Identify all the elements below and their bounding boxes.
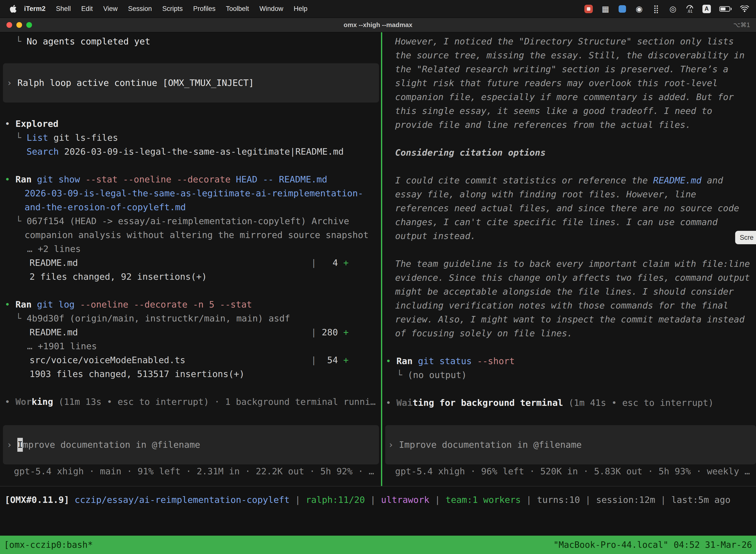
prompt-input[interactable]: › Improve documentation in @filename [385,425,756,464]
omx-ralph-counter: ralph:11/20 [306,495,365,505]
input-source-icon[interactable]: A [702,3,711,14]
password-manager-icon[interactable]: ◎ [669,3,677,14]
blue-app-icon[interactable] [618,3,627,14]
tool-args: git ls-files [48,132,118,143]
stat-pipe: | [311,327,316,337]
reasoning-text: evidence. Since this change only affects… [395,273,750,283]
menu-item-session[interactable]: Session [123,5,157,13]
agents-status-text: No agents completed yet [26,36,150,46]
apps-grid-icon[interactable]: ⣿ [652,3,660,14]
reasoning-line: slight risk that future readers may over… [386,76,756,90]
menu-item-toolbelt[interactable]: Toolbelt [221,5,254,13]
close-button[interactable] [6,22,12,28]
reasoning-text: slight risk that future readers may over… [395,78,717,88]
reasoning-text: review. Also, I might want to inspect th… [395,314,745,324]
command-text: git log [37,299,80,310]
tmux-host-clock: "MacBook-Pro-44.local" 04:52 31-Mar-26 [553,540,752,550]
apple-menu-icon[interactable] [10,5,16,13]
menu-item-iterm2[interactable]: iTerm2 [19,5,51,13]
stat-pipe: | [311,355,316,365]
reasoning-line: companion file, especially if more comme… [386,90,756,104]
injected-prompt-banner[interactable]: › Ralph loop active continue [OMX_TMUX_I… [3,63,379,103]
menu-item-scripts[interactable]: Scripts [157,5,188,13]
reasoning-line: this single essay, it seems like a good … [386,104,756,118]
separator: | [655,495,672,505]
bullet-glyph: • [386,356,396,366]
session-status-line: gpt-5.4 xhigh · main · 91% left · 2.31M … [5,464,381,478]
minimize-button[interactable] [16,22,22,28]
spacer [5,159,381,172]
spacer [386,410,756,425]
input-text: mprove documentation in @filename [23,438,200,452]
screen-recording-indicator-icon[interactable] [584,3,593,14]
spacer [5,48,381,63]
command-line-git-status: • Ran git status --short [386,354,756,368]
spacer [386,160,756,173]
menu-item-window[interactable]: Window [254,5,289,13]
reasoning-line: I could cite commit statistics or refere… [386,173,756,187]
screen-share-overlay-label: Scre [740,234,754,241]
bullet-glyph: • [5,397,15,407]
menu-item-help[interactable]: Help [289,5,313,13]
tree-branch-glyph: └ [16,36,26,46]
separator: | [521,495,537,505]
zoom-button[interactable] [26,22,32,28]
menu-item-shell[interactable]: Shell [51,5,76,13]
commit-summary: companion analysis without altering the … [24,230,369,240]
reasoning-text: essay file, along with finding root file… [395,189,696,199]
reasoning-text: changes, I can't cite specific file line… [395,217,717,227]
screen-share-overlay-tab[interactable]: Scre [735,231,756,244]
window-grid-icon[interactable]: ▦ [601,3,610,14]
diff-summary-line: 2 files changed, 92 insertions(+) [5,270,381,284]
command-wrap-line: 2026-03-09-is-legal-the-same-as-legitima… [5,186,381,200]
stat-count: 54 [316,355,343,365]
agents-status-line: └ No agents completed yet [5,35,381,48]
working-status-line: • Working (11m 13s • esc to interrupt) ·… [5,395,381,409]
stat-columns: | 4 + [311,256,349,270]
tree-branch-glyph: └ [397,370,407,380]
window-title-bar[interactable]: omx --xhigh --madmax ⌥⌘1 [0,18,756,32]
omx-last-activity: last:5m ago [672,495,731,505]
pane-left[interactable]: └ No agents completed yet › Ralph loop a… [0,32,381,486]
command-line-git-show: • Ran git show --stat --oneline --decora… [5,172,381,186]
reasoning-text: I could cite commit statistics or refere… [395,175,653,185]
menu-item-view[interactable]: View [98,5,123,13]
spacer [386,340,756,354]
battery-icon[interactable] [719,3,732,14]
working-detail: (11m 13s • esc to interrupt) · 1 backgro… [53,397,376,407]
pane-right[interactable]: However, I noticed the "Directory Struct… [382,32,756,486]
ran-label: Ran [15,299,37,310]
cpu-gauge-icon[interactable]: .61 [686,3,694,14]
cpu-gauge-label: .61 [687,9,693,13]
reasoning-text: of focusing solely on file lines. [395,328,572,338]
reasoning-line: references need actual files, and since … [386,201,756,215]
stat-count: 4 [316,258,343,268]
working-label: king [32,397,53,407]
bullet-glyph: • [5,299,15,310]
bullet-glyph: • [386,398,396,408]
menu-item-profiles[interactable]: Profiles [188,5,221,13]
reasoning-heading-line: Considering citation options [386,146,756,160]
banner-prompt-glyph: › [7,76,17,90]
prompt-input[interactable]: › Improve documentation in @filename [3,425,379,464]
readme-link[interactable]: README.md [653,175,701,185]
circle-app-icon[interactable]: ◉ [635,3,643,14]
tmux-session-window[interactable]: [omx-cczip0:bash* [4,540,93,550]
omx-status-bar: [OMX#0.11.9] cczip/essay/ai-reimplementa… [0,487,756,512]
input-prompt-glyph: › [388,438,399,452]
explored-title: Explored [15,119,58,129]
ran-label: Ran [396,356,418,366]
terminal-area: └ No agents completed yet › Ralph loop a… [0,32,756,487]
spacer [5,103,381,117]
wifi-icon[interactable] [740,3,749,14]
menu-item-edit[interactable]: Edit [76,5,98,13]
command-flags: --short [477,356,515,366]
bullet-glyph: • [5,174,15,184]
waiting-detail: (1m 41s • esc to interrupt) [563,398,713,408]
commit-summary: 4b9d30f (origin/main, instructkr/main, m… [26,313,290,323]
tree-branch-glyph: └ [16,216,26,226]
reasoning-line: review. Also, I might want to inspect th… [386,313,756,326]
ran-label: Ran [15,174,37,184]
reasoning-text: and [701,175,723,185]
command-flags: --oneline --decorate -n 5 --stat [80,299,252,310]
